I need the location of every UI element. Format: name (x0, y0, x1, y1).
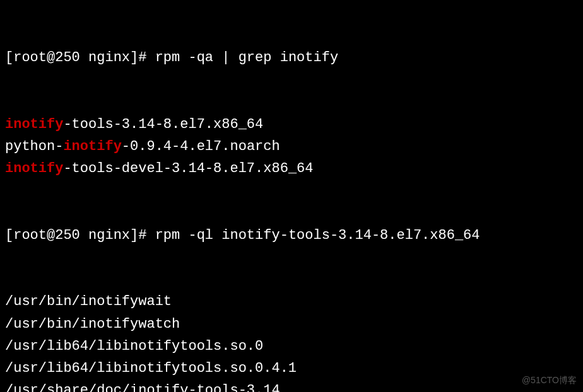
shell-prompt: [root@250 nginx]# (5, 228, 155, 243)
command-line-1: [root@250 nginx]# rpm -qa | grep inotify (5, 47, 578, 69)
grep-result-line: inotify-tools-devel-3.14-8.el7.x86_64 (5, 158, 578, 180)
terminal-output[interactable]: [root@250 nginx]# rpm -qa | grep inotify… (5, 3, 578, 392)
shell-prompt: [root@250 nginx]# (5, 50, 155, 66)
grep-match-highlight: inotify (63, 139, 121, 154)
result-suffix: -tools-3.14-8.el7.x86_64 (63, 117, 263, 132)
file-path-line: /usr/lib64/libinotifytools.so.0.4.1 (5, 357, 578, 379)
file-path-line: /usr/bin/inotifywait (5, 291, 578, 313)
command-text: rpm -qa | grep inotify (155, 50, 338, 66)
file-path-line: /usr/share/doc/inotify-tools-3.14 (5, 379, 578, 392)
grep-match-highlight: inotify (5, 161, 63, 176)
grep-results: inotify-tools-3.14-8.el7.x86_64python-in… (5, 113, 578, 180)
watermark-text: @51CTO博客 (522, 373, 577, 387)
result-suffix: -tools-devel-3.14-8.el7.x86_64 (63, 161, 313, 176)
command-line-2: [root@250 nginx]# rpm -ql inotify-tools-… (5, 224, 578, 246)
grep-result-line: python-inotify-0.9.4-4.el7.noarch (5, 135, 578, 158)
grep-result-line: inotify-tools-3.14-8.el7.x86_64 (5, 113, 578, 135)
command-text: rpm -ql inotify-tools-3.14-8.el7.x86_64 (155, 228, 480, 243)
result-prefix: python- (5, 139, 63, 154)
result-suffix: -0.9.4-4.el7.noarch (122, 139, 280, 154)
file-list-output: /usr/bin/inotifywait/usr/bin/inotifywatc… (5, 291, 578, 392)
file-path-line: /usr/lib64/libinotifytools.so.0 (5, 335, 578, 357)
file-path-line: /usr/bin/inotifywatch (5, 313, 578, 335)
grep-match-highlight: inotify (5, 117, 63, 132)
